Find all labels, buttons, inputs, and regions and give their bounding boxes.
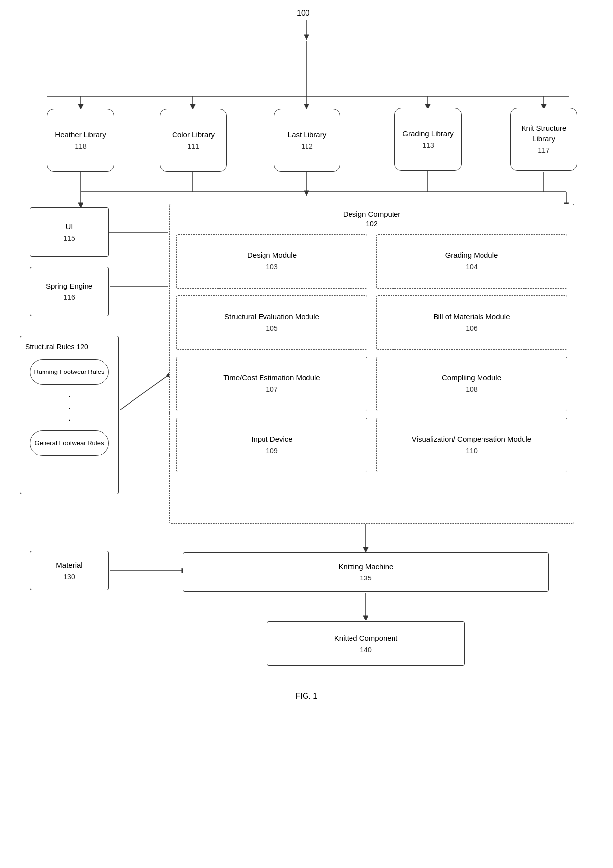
running-footwear-rules-pill: Running Footwear Rules	[30, 359, 109, 385]
visualization-module-ref: 110	[466, 446, 477, 456]
grading-library-ref: 113	[422, 141, 434, 151]
material-box: Material 130	[30, 551, 109, 590]
spring-engine-box: Spring Engine 116	[30, 267, 109, 316]
grading-module-ref: 104	[466, 262, 477, 272]
structural-rules-dots: ···	[25, 390, 113, 425]
time-cost-module-ref: 107	[266, 385, 277, 395]
general-footwear-rules-label: General Footwear Rules	[35, 439, 104, 448]
bom-module-box: Bill of Materials Module 106	[376, 295, 567, 350]
visualization-module-label: Visualization/ Compensation Module	[412, 434, 531, 444]
design-computer-box: Design Computer 102 Design Module 103 St…	[169, 204, 574, 524]
visualization-module-box: Visualization/ Compensation Module 110	[376, 418, 567, 472]
svg-marker-1	[304, 35, 309, 40]
color-library-ref: 111	[187, 142, 199, 152]
ui-box: UI 115	[30, 207, 109, 257]
knitting-machine-box: Knitting Machine 135	[183, 552, 549, 592]
spring-engine-ref: 116	[63, 293, 75, 303]
ui-label: UI	[66, 221, 73, 232]
grading-module-box: Grading Module 104	[376, 234, 567, 289]
knitted-component-box: Knitted Component 140	[267, 621, 465, 666]
design-module-ref: 103	[266, 262, 277, 272]
heather-library-ref: 118	[75, 142, 86, 152]
compiling-module-box: Compliing Module 108	[376, 357, 567, 411]
knitting-machine-ref: 135	[360, 574, 371, 583]
svg-marker-16	[304, 191, 309, 196]
material-ref: 130	[63, 572, 75, 582]
structural-rules-box: Structural Rules 120 Running Footwear Ru…	[20, 336, 119, 494]
svg-line-29	[120, 375, 168, 410]
bom-module-ref: 106	[466, 324, 477, 333]
grading-module-label: Grading Module	[445, 250, 498, 260]
general-footwear-rules-pill: General Footwear Rules	[30, 430, 109, 456]
design-module-label: Design Module	[247, 250, 297, 260]
input-device-box: Input Device 109	[176, 418, 367, 472]
knit-structure-library-label: Knit Structure Library	[511, 123, 577, 144]
grading-library-box: Grading Library 113	[394, 108, 462, 171]
svg-marker-32	[363, 547, 368, 552]
svg-marker-23	[78, 203, 83, 207]
input-device-ref: 109	[266, 446, 277, 456]
heather-library-label: Heather Library	[55, 129, 106, 140]
knitted-component-label: Knitted Component	[334, 633, 397, 643]
heather-library-box: Heather Library 118	[47, 109, 114, 172]
running-footwear-rules-label: Running Footwear Rules	[34, 368, 104, 376]
color-library-box: Color Library 111	[160, 109, 227, 172]
top-ref-label: 100	[297, 9, 310, 18]
material-label: Material	[56, 560, 82, 570]
knit-structure-library-box: Knit Structure Library 117	[510, 108, 577, 171]
spring-engine-label: Spring Engine	[46, 281, 92, 291]
design-module-box: Design Module 103	[176, 234, 367, 289]
ui-ref: 115	[63, 234, 75, 244]
knitting-machine-label: Knitting Machine	[339, 561, 394, 572]
compiling-module-label: Compliing Module	[442, 372, 501, 383]
structural-eval-module-box: Structural Evaluation Module 105	[176, 295, 367, 350]
compiling-module-ref: 108	[466, 385, 477, 395]
bom-module-label: Bill of Materials Module	[433, 311, 510, 322]
svg-marker-36	[363, 616, 368, 620]
knit-structure-library-ref: 117	[538, 146, 549, 156]
structural-eval-module-ref: 105	[266, 324, 277, 333]
structural-rules-label: Structural Rules 120	[25, 342, 88, 352]
design-computer-ref: 102	[176, 219, 567, 229]
grading-library-label: Grading Library	[402, 128, 453, 139]
input-device-label: Input Device	[251, 434, 292, 444]
last-library-label: Last Library	[288, 129, 326, 140]
figure-label: FIG. 1	[262, 692, 351, 701]
last-library-box: Last Library 112	[274, 109, 340, 172]
color-library-label: Color Library	[172, 129, 215, 140]
time-cost-module-label: Time/Cost Estimation Module	[223, 372, 320, 383]
knitted-component-ref: 140	[360, 645, 371, 655]
last-library-ref: 112	[301, 142, 312, 152]
design-computer-label: Design Computer	[176, 209, 567, 219]
structural-eval-module-label: Structural Evaluation Module	[224, 311, 319, 322]
time-cost-module-box: Time/Cost Estimation Module 107	[176, 357, 367, 411]
